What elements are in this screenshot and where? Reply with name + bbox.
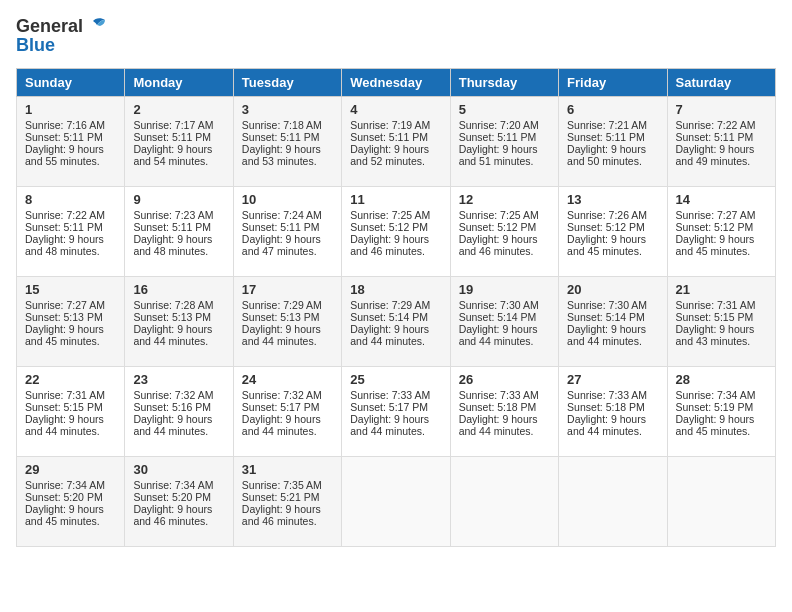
daylight-text: Daylight: 9 hours and 48 minutes. — [133, 233, 212, 257]
sunset-text: Sunset: 5:14 PM — [350, 311, 428, 323]
daylight-text: Daylight: 9 hours and 44 minutes. — [133, 413, 212, 437]
daylight-text: Daylight: 9 hours and 44 minutes. — [350, 323, 429, 347]
day-number: 21 — [676, 282, 767, 297]
logo-bird-icon — [85, 17, 107, 35]
calendar-day-cell: 2 Sunrise: 7:17 AM Sunset: 5:11 PM Dayli… — [125, 97, 233, 187]
calendar-day-cell: 25 Sunrise: 7:33 AM Sunset: 5:17 PM Dayl… — [342, 367, 450, 457]
calendar-day-cell: 17 Sunrise: 7:29 AM Sunset: 5:13 PM Dayl… — [233, 277, 341, 367]
sunset-text: Sunset: 5:13 PM — [133, 311, 211, 323]
daylight-text: Daylight: 9 hours and 44 minutes. — [567, 413, 646, 437]
day-number: 8 — [25, 192, 116, 207]
sunset-text: Sunset: 5:14 PM — [459, 311, 537, 323]
day-number: 7 — [676, 102, 767, 117]
sunrise-text: Sunrise: 7:18 AM — [242, 119, 322, 131]
daylight-text: Daylight: 9 hours and 48 minutes. — [25, 233, 104, 257]
daylight-text: Daylight: 9 hours and 46 minutes. — [350, 233, 429, 257]
sunrise-text: Sunrise: 7:27 AM — [676, 209, 756, 221]
sunset-text: Sunset: 5:11 PM — [25, 221, 103, 233]
day-number: 11 — [350, 192, 441, 207]
calendar-day-cell: 31 Sunrise: 7:35 AM Sunset: 5:21 PM Dayl… — [233, 457, 341, 547]
sunrise-text: Sunrise: 7:19 AM — [350, 119, 430, 131]
daylight-text: Daylight: 9 hours and 55 minutes. — [25, 143, 104, 167]
sunrise-text: Sunrise: 7:22 AM — [25, 209, 105, 221]
daylight-text: Daylight: 9 hours and 44 minutes. — [242, 323, 321, 347]
logo-blue-text: Blue — [16, 35, 107, 56]
sunset-text: Sunset: 5:11 PM — [676, 131, 754, 143]
sunrise-text: Sunrise: 7:32 AM — [242, 389, 322, 401]
sunrise-text: Sunrise: 7:35 AM — [242, 479, 322, 491]
calendar-day-cell: 14 Sunrise: 7:27 AM Sunset: 5:12 PM Dayl… — [667, 187, 775, 277]
day-number: 30 — [133, 462, 224, 477]
sunset-text: Sunset: 5:12 PM — [350, 221, 428, 233]
days-header-row: SundayMondayTuesdayWednesdayThursdayFrid… — [17, 69, 776, 97]
daylight-text: Daylight: 9 hours and 44 minutes. — [242, 413, 321, 437]
sunrise-text: Sunrise: 7:34 AM — [25, 479, 105, 491]
day-number: 4 — [350, 102, 441, 117]
sunset-text: Sunset: 5:12 PM — [567, 221, 645, 233]
sunrise-text: Sunrise: 7:16 AM — [25, 119, 105, 131]
calendar-week-row: 8 Sunrise: 7:22 AM Sunset: 5:11 PM Dayli… — [17, 187, 776, 277]
sunset-text: Sunset: 5:11 PM — [133, 221, 211, 233]
day-of-week-header: Friday — [559, 69, 667, 97]
daylight-text: Daylight: 9 hours and 43 minutes. — [676, 323, 755, 347]
daylight-text: Daylight: 9 hours and 45 minutes. — [25, 503, 104, 527]
calendar-day-cell — [559, 457, 667, 547]
daylight-text: Daylight: 9 hours and 45 minutes. — [25, 323, 104, 347]
calendar-day-cell — [667, 457, 775, 547]
sunset-text: Sunset: 5:17 PM — [242, 401, 320, 413]
calendar-day-cell: 3 Sunrise: 7:18 AM Sunset: 5:11 PM Dayli… — [233, 97, 341, 187]
day-number: 24 — [242, 372, 333, 387]
sunset-text: Sunset: 5:18 PM — [459, 401, 537, 413]
sunrise-text: Sunrise: 7:31 AM — [676, 299, 756, 311]
sunrise-text: Sunrise: 7:25 AM — [459, 209, 539, 221]
calendar-day-cell — [342, 457, 450, 547]
calendar-day-cell: 16 Sunrise: 7:28 AM Sunset: 5:13 PM Dayl… — [125, 277, 233, 367]
sunrise-text: Sunrise: 7:22 AM — [676, 119, 756, 131]
sunrise-text: Sunrise: 7:26 AM — [567, 209, 647, 221]
sunset-text: Sunset: 5:17 PM — [350, 401, 428, 413]
sunset-text: Sunset: 5:20 PM — [25, 491, 103, 503]
day-number: 25 — [350, 372, 441, 387]
calendar-day-cell: 30 Sunrise: 7:34 AM Sunset: 5:20 PM Dayl… — [125, 457, 233, 547]
sunset-text: Sunset: 5:19 PM — [676, 401, 754, 413]
day-number: 1 — [25, 102, 116, 117]
sunrise-text: Sunrise: 7:28 AM — [133, 299, 213, 311]
calendar-week-row: 1 Sunrise: 7:16 AM Sunset: 5:11 PM Dayli… — [17, 97, 776, 187]
sunrise-text: Sunrise: 7:20 AM — [459, 119, 539, 131]
sunrise-text: Sunrise: 7:34 AM — [133, 479, 213, 491]
day-of-week-header: Wednesday — [342, 69, 450, 97]
sunrise-text: Sunrise: 7:23 AM — [133, 209, 213, 221]
day-number: 27 — [567, 372, 658, 387]
calendar-day-cell: 26 Sunrise: 7:33 AM Sunset: 5:18 PM Dayl… — [450, 367, 558, 457]
day-number: 13 — [567, 192, 658, 207]
day-number: 26 — [459, 372, 550, 387]
day-number: 31 — [242, 462, 333, 477]
calendar-day-cell: 20 Sunrise: 7:30 AM Sunset: 5:14 PM Dayl… — [559, 277, 667, 367]
calendar-day-cell: 19 Sunrise: 7:30 AM Sunset: 5:14 PM Dayl… — [450, 277, 558, 367]
sunset-text: Sunset: 5:15 PM — [25, 401, 103, 413]
day-of-week-header: Tuesday — [233, 69, 341, 97]
sunrise-text: Sunrise: 7:30 AM — [459, 299, 539, 311]
sunrise-text: Sunrise: 7:17 AM — [133, 119, 213, 131]
day-number: 3 — [242, 102, 333, 117]
day-number: 18 — [350, 282, 441, 297]
calendar-table: SundayMondayTuesdayWednesdayThursdayFrid… — [16, 68, 776, 547]
calendar-day-cell: 12 Sunrise: 7:25 AM Sunset: 5:12 PM Dayl… — [450, 187, 558, 277]
sunrise-text: Sunrise: 7:31 AM — [25, 389, 105, 401]
day-number: 19 — [459, 282, 550, 297]
day-of-week-header: Sunday — [17, 69, 125, 97]
calendar-day-cell: 18 Sunrise: 7:29 AM Sunset: 5:14 PM Dayl… — [342, 277, 450, 367]
daylight-text: Daylight: 9 hours and 44 minutes. — [133, 323, 212, 347]
day-number: 22 — [25, 372, 116, 387]
daylight-text: Daylight: 9 hours and 45 minutes. — [676, 233, 755, 257]
logo-general-text: General — [16, 16, 83, 37]
daylight-text: Daylight: 9 hours and 50 minutes. — [567, 143, 646, 167]
sunset-text: Sunset: 5:18 PM — [567, 401, 645, 413]
sunrise-text: Sunrise: 7:33 AM — [567, 389, 647, 401]
sunrise-text: Sunrise: 7:32 AM — [133, 389, 213, 401]
sunset-text: Sunset: 5:11 PM — [242, 221, 320, 233]
sunset-text: Sunset: 5:13 PM — [25, 311, 103, 323]
daylight-text: Daylight: 9 hours and 46 minutes. — [133, 503, 212, 527]
day-number: 23 — [133, 372, 224, 387]
calendar-day-cell: 21 Sunrise: 7:31 AM Sunset: 5:15 PM Dayl… — [667, 277, 775, 367]
